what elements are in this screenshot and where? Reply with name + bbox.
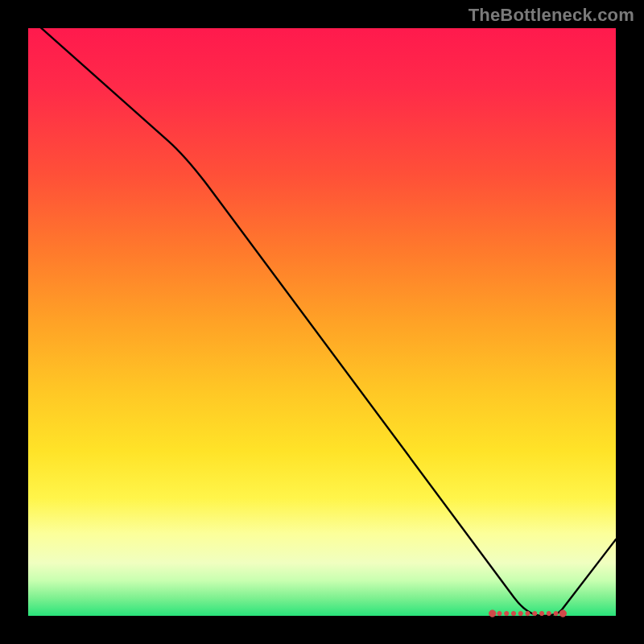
chart-frame: TheBottleneck.com [0, 0, 644, 644]
bottleneck-curve [28, 16, 616, 616]
optimal-marker [511, 611, 515, 615]
chart-overlay [28, 28, 616, 616]
optimal-range-markers [489, 610, 567, 617]
attribution-label: TheBottleneck.com [469, 5, 634, 26]
optimal-marker [533, 611, 537, 615]
optimal-marker [489, 610, 496, 617]
optimal-marker [518, 611, 522, 615]
optimal-marker [497, 611, 502, 615]
optimal-marker [539, 611, 543, 615]
optimal-marker [547, 611, 551, 615]
optimal-marker [559, 610, 566, 617]
optimal-marker [554, 611, 558, 615]
optimal-marker [526, 611, 530, 615]
optimal-marker [505, 611, 509, 615]
